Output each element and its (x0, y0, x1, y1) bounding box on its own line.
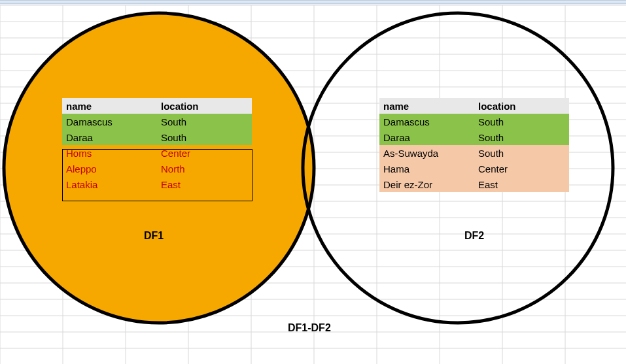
table-row: As-Suwayda South (379, 145, 569, 161)
table-row: Latakia East (62, 176, 252, 192)
table-row: Damascus South (379, 114, 569, 129)
diagram-title: DF1-DF2 (288, 322, 331, 334)
table-header-row: name location (62, 98, 252, 114)
col-location: location (474, 98, 569, 114)
table-row: Aleppo North (62, 161, 252, 176)
worksheet: name location Damascus South Daraa South… (0, 0, 626, 364)
table-header-row: name location (379, 98, 569, 114)
df2-label: DF2 (464, 230, 484, 242)
table-row: Damascus South (62, 114, 252, 129)
col-name: name (62, 98, 157, 114)
table-row: Daraa South (62, 129, 252, 145)
df2-table: name location Damascus South Daraa South… (379, 98, 569, 192)
table-row: Daraa South (379, 129, 569, 145)
df1-label: DF1 (144, 230, 164, 242)
table-row: Homs Center (62, 145, 252, 161)
col-location: location (157, 98, 252, 114)
table-row: Hama Center (379, 161, 569, 176)
df1-table: name location Damascus South Daraa South… (62, 98, 252, 192)
table-row: Deir ez-Zor East (379, 176, 569, 192)
col-name: name (379, 98, 474, 114)
